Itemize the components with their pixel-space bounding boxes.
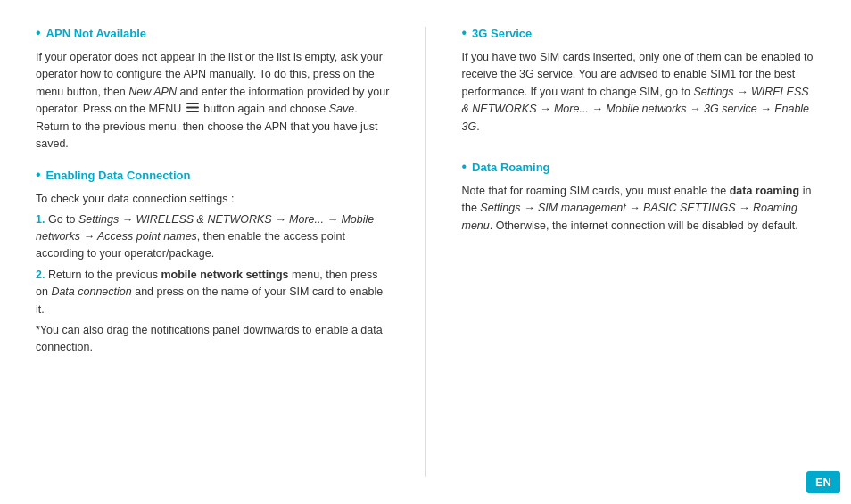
enabling-note: *You can also drag the notifications pan… [36,322,390,357]
3g-section: • 3G Service If you have two SIM cards i… [462,27,816,136]
svg-rect-0 [186,103,199,104]
bullet-apn: • [36,26,41,40]
en-badge: EN [806,471,840,493]
right-column: • 3G Service If you have two SIM cards i… [462,27,816,477]
svg-rect-1 [186,107,199,109]
apn-section: • APN Not Available If your operator doe… [36,27,390,153]
column-divider [426,27,426,477]
bullet-roaming: • [462,160,467,174]
roaming-body: Note that for roaming SIM cards, you mus… [462,183,816,235]
apn-title-row: • APN Not Available [36,27,390,45]
bullet-enabling: • [36,168,41,182]
3g-body: If you have two SIM cards inserted, only… [462,49,816,136]
apn-title: APN Not Available [46,27,146,40]
enabling-section: • Enabling Data Connection To check your… [36,169,390,356]
bullet-3g: • [462,26,467,40]
roaming-title-row: • Data Roaming [462,161,816,179]
left-column: • APN Not Available If your operator doe… [36,27,390,477]
svg-rect-2 [186,111,199,112]
enabling-step1: 1. Go to Settings → WIRELESS & NETWORKS … [36,211,390,263]
3g-title: 3G Service [472,27,532,40]
enabling-title-row: • Enabling Data Connection [36,169,390,187]
3g-title-row: • 3G Service [462,27,816,45]
roaming-title: Data Roaming [472,161,549,174]
apn-body: If your operator does not appear in the … [36,49,390,153]
roaming-section: • Data Roaming Note that for roaming SIM… [462,161,816,235]
enabling-title: Enabling Data Connection [46,169,191,182]
enabling-intro: To check your data connection settings : [36,191,390,208]
content-area: • APN Not Available If your operator doe… [0,0,851,504]
menu-icon-inline [186,101,199,118]
enabling-step2: 2. Return to the previous mobile network… [36,267,390,318]
